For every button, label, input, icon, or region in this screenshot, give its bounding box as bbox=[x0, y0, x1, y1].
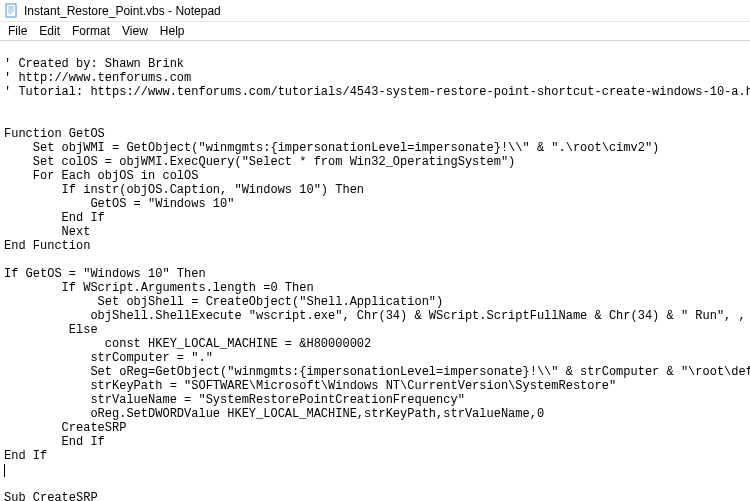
titlebar: Instant_Restore_Point.vbs - Notepad bbox=[0, 0, 750, 22]
code-line: strComputer = "." bbox=[4, 351, 213, 365]
code-line: Set oReg=GetObject("winmgmts:{impersonat… bbox=[4, 365, 750, 379]
code-line: Function GetOS bbox=[4, 127, 134, 141]
code-line: Set objShell = CreateObject("Shell.Appli… bbox=[4, 295, 443, 309]
menu-format[interactable]: Format bbox=[66, 23, 116, 39]
code-line: Next bbox=[4, 225, 90, 239]
menu-view[interactable]: View bbox=[116, 23, 154, 39]
code-line: Else bbox=[4, 323, 112, 337]
window-title: Instant_Restore_Point.vbs - Notepad bbox=[24, 4, 221, 18]
menubar: File Edit Format View Help bbox=[0, 22, 750, 41]
code-line: ' http://www.tenforums.com bbox=[4, 71, 191, 85]
editor-area[interactable]: ' Created by: Shawn Brink ' http://www.t… bbox=[0, 41, 750, 501]
code-line: Set colOS = objWMI.ExecQuery("Select * f… bbox=[4, 155, 515, 169]
code-line: Sub CreateSRP bbox=[4, 491, 98, 501]
code-line: For Each objOS in colOS bbox=[4, 169, 198, 183]
code-line: End Function bbox=[4, 239, 90, 253]
code-line: If WScript.Arguments.length =0 Then bbox=[4, 281, 314, 295]
code-line: If GetOS = "Windows 10" Then bbox=[4, 267, 206, 281]
code-line: End If bbox=[4, 211, 105, 225]
menu-file[interactable]: File bbox=[2, 23, 33, 39]
code-line: ' Created by: Shawn Brink bbox=[4, 57, 184, 71]
code-line: If instr(objOS.Caption, "Windows 10") Th… bbox=[4, 183, 364, 197]
code-line: oReg.SetDWORDValue HKEY_LOCAL_MACHINE,st… bbox=[4, 407, 573, 421]
code-line: strKeyPath = "SOFTWARE\Microsoft\Windows… bbox=[4, 379, 616, 393]
notepad-icon bbox=[4, 3, 20, 19]
code-line: GetOS = "Windows 10" bbox=[4, 197, 249, 211]
code-line: Set objWMI = GetObject("winmgmts:{impers… bbox=[4, 141, 659, 155]
code-line: objShell.ShellExecute "wscript.exe", Chr… bbox=[4, 309, 750, 323]
menu-edit[interactable]: Edit bbox=[33, 23, 66, 39]
code-line: const HKEY_LOCAL_MACHINE = &H80000002 bbox=[4, 337, 371, 351]
code-line: strValueName = "SystemRestorePointCreati… bbox=[4, 393, 465, 407]
menu-help[interactable]: Help bbox=[154, 23, 191, 39]
code-line: End If bbox=[4, 435, 119, 449]
code-line: CreateSRP bbox=[4, 421, 141, 435]
code-line: ' Tutorial: https://www.tenforums.com/tu… bbox=[4, 85, 750, 99]
code-line: End If bbox=[4, 449, 47, 463]
